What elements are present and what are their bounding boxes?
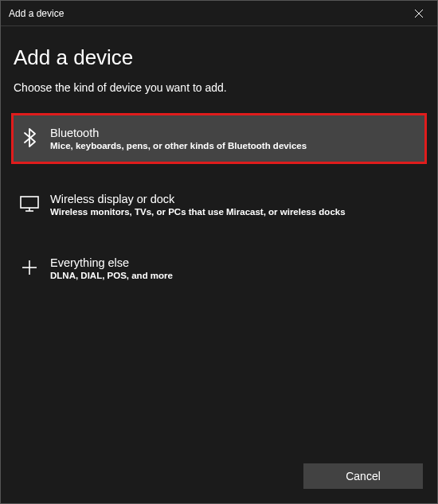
plus-icon [20,258,39,277]
footer: Cancel [303,463,423,489]
close-icon [415,6,423,21]
close-button[interactable] [401,1,437,26]
option-title: Bluetooth [50,127,307,139]
option-text: Wireless display or dock Wireless monito… [50,193,346,217]
option-title: Everything else [50,256,173,269]
titlebar-title: Add a device [9,8,64,19]
option-title: Wireless display or dock [50,193,346,205]
titlebar: Add a device [1,1,437,26]
device-options: Bluetooth Mice, keyboards, pens, or othe… [14,113,424,291]
monitor-icon [20,194,39,213]
option-text: Everything else DLNA, DIAL, POS, and mor… [50,256,173,280]
page-subheading: Choose the kind of device you want to ad… [14,81,424,94]
option-desc: DLNA, DIAL, POS, and more [50,271,173,280]
option-everything-else[interactable]: Everything else DLNA, DIAL, POS, and mor… [14,245,424,291]
cancel-button[interactable]: Cancel [303,463,423,489]
option-wireless-display[interactable]: Wireless display or dock Wireless monito… [14,182,424,228]
option-bluetooth[interactable]: Bluetooth Mice, keyboards, pens, or othe… [11,113,427,164]
option-desc: Wireless monitors, TVs, or PCs that use … [50,207,346,217]
svg-rect-2 [21,197,38,208]
bluetooth-icon [20,128,39,147]
option-desc: Mice, keyboards, pens, or other kinds of… [50,141,307,150]
page-heading: Add a device [14,45,424,70]
option-text: Bluetooth Mice, keyboards, pens, or othe… [50,127,307,150]
content: Add a device Choose the kind of device y… [1,26,437,291]
